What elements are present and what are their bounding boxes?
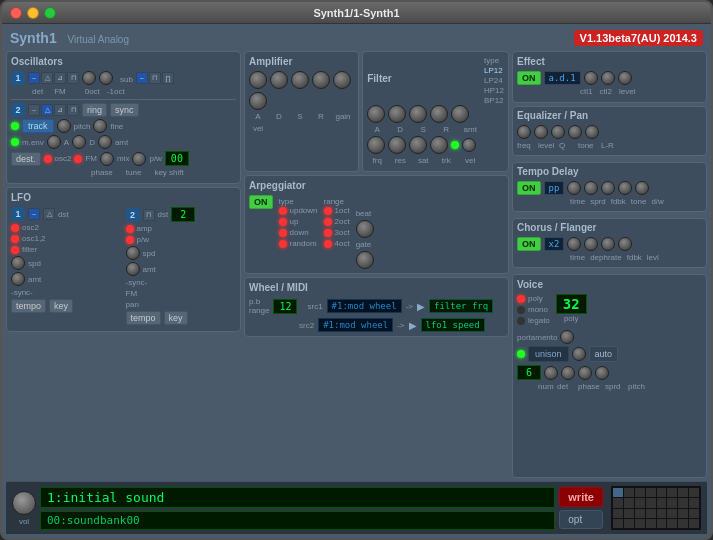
arp-down-led[interactable]: [279, 229, 287, 237]
wave-sq[interactable]: ⊓: [67, 72, 79, 84]
menv-d-knob[interactable]: [72, 135, 86, 149]
dest2-display[interactable]: lfo1 speed: [421, 318, 485, 332]
amp-vel-knob[interactable]: [249, 92, 267, 110]
src1-display[interactable]: #1:mod wheel: [327, 299, 402, 313]
filter-trk-knob[interactable]: [430, 136, 448, 154]
delay-time-knob[interactable]: [567, 181, 581, 195]
dest1-display[interactable]: filter frq: [429, 299, 493, 313]
pw-osc-knob[interactable]: [132, 152, 146, 166]
delay-type-display[interactable]: pp: [544, 181, 565, 195]
mix-knob[interactable]: [100, 152, 114, 166]
effect-level-knob[interactable]: [618, 71, 632, 85]
arp-4oct-led[interactable]: [324, 240, 332, 248]
legato-led[interactable]: [517, 317, 525, 325]
write-button[interactable]: write: [559, 487, 603, 507]
filter-lp12[interactable]: LP12: [484, 66, 504, 75]
arp-beat-knob[interactable]: [356, 220, 374, 238]
osc2-wave-sq[interactable]: ⊓: [67, 104, 79, 116]
chorus-levl-knob[interactable]: [618, 237, 632, 251]
preset-bank-display[interactable]: 00:soundbank00: [40, 511, 555, 530]
arp-3oct-led[interactable]: [324, 229, 332, 237]
fine-knob[interactable]: [93, 119, 107, 133]
filter-frq-knob[interactable]: [367, 136, 385, 154]
filter-hp12[interactable]: HP12: [484, 86, 504, 95]
lfo1-tempo-btn[interactable]: tempo: [11, 299, 46, 313]
wave-sine[interactable]: ~: [28, 72, 40, 84]
lfo2-tempo-btn[interactable]: tempo: [126, 311, 161, 325]
delay-sprd-knob[interactable]: [584, 181, 598, 195]
voice-sprd-knob[interactable]: [578, 366, 592, 380]
chorus-dephrate-knob[interactable]: [584, 237, 598, 251]
voice-phase-knob[interactable]: [561, 366, 575, 380]
wave-tri[interactable]: △: [41, 72, 53, 84]
filter-r-knob[interactable]: [430, 105, 448, 123]
lfo2-key-btn[interactable]: key: [164, 311, 188, 325]
sub-wave-selector[interactable]: ~ ⊓ ∏: [136, 72, 174, 84]
osc1-det-knob[interactable]: [82, 71, 96, 85]
effect-ctl1-knob[interactable]: [584, 71, 598, 85]
wave-saw[interactable]: ⊿: [54, 72, 66, 84]
lfo1-wave-tri[interactable]: △: [43, 208, 55, 220]
portamento-knob[interactable]: [560, 330, 574, 344]
effect-on-button[interactable]: ON: [517, 71, 541, 85]
lfo1-amt-knob[interactable]: [11, 272, 25, 286]
chorus-time-knob[interactable]: [567, 237, 581, 251]
amp-gain-knob[interactable]: [333, 71, 351, 89]
osc2-wave-selector[interactable]: ~ △ ⊿ ⊓: [28, 104, 79, 116]
filter-bp12[interactable]: BP12: [484, 96, 504, 105]
osc2-wave-saw[interactable]: ⊿: [54, 104, 66, 116]
filter-s-knob[interactable]: [409, 105, 427, 123]
eq-freq-knob[interactable]: [517, 125, 531, 139]
osc1-fm-knob[interactable]: [99, 71, 113, 85]
osc1-wave-selector[interactable]: ~ △ ⊿ ⊓: [28, 72, 79, 84]
lfo2-spd-knob[interactable]: [126, 246, 140, 260]
arp-gate-knob[interactable]: [356, 251, 374, 269]
sub-wave-sq[interactable]: ⊓: [149, 72, 161, 84]
filter-a-knob[interactable]: [367, 105, 385, 123]
voice-pitch-knob[interactable]: [595, 366, 609, 380]
eq-tone-knob[interactable]: [568, 125, 582, 139]
menv-a-knob[interactable]: [47, 135, 61, 149]
sub-wave-off[interactable]: ∏: [162, 72, 174, 84]
lfo2-wave-sq[interactable]: ⊓: [143, 209, 155, 221]
arp-updown-led[interactable]: [279, 207, 287, 215]
arp-random-led[interactable]: [279, 240, 287, 248]
preset-name-display[interactable]: 1:initial sound: [40, 487, 555, 508]
amp-r-knob[interactable]: [312, 71, 330, 89]
auto-button[interactable]: auto: [589, 346, 619, 362]
osc2-wave-tri[interactable]: △: [41, 104, 53, 116]
arp-on-button[interactable]: ON: [249, 195, 273, 209]
eq-lr-knob[interactable]: [585, 125, 599, 139]
filter-lp24[interactable]: LP24: [484, 76, 504, 85]
lfo1-key-btn[interactable]: key: [49, 299, 73, 313]
filter-amt-knob[interactable]: [451, 105, 469, 123]
close-button[interactable]: [10, 7, 22, 19]
amp-s-knob[interactable]: [291, 71, 309, 89]
unison-button[interactable]: unison: [528, 346, 569, 362]
effect-type-display[interactable]: a.d.1: [544, 71, 581, 85]
opt-button[interactable]: opt: [559, 510, 603, 529]
amp-a-knob[interactable]: [249, 71, 267, 89]
amp-d-knob[interactable]: [270, 71, 288, 89]
filter-types[interactable]: type LP12 LP24 HP12 BP12: [484, 56, 504, 105]
dest-button[interactable]: dest.: [11, 152, 41, 166]
chorus-type-display[interactable]: x2: [544, 237, 565, 251]
delay-dw-knob[interactable]: [635, 181, 649, 195]
lfo1-wave-sine[interactable]: ~: [28, 208, 40, 220]
minimize-button[interactable]: [27, 7, 39, 19]
delay-fdbk-knob[interactable]: [601, 181, 615, 195]
maximize-button[interactable]: [44, 7, 56, 19]
osc2-wave-sine[interactable]: ~: [28, 104, 40, 116]
arp-1oct-led[interactable]: [324, 207, 332, 215]
voice-det-knob[interactable]: [544, 366, 558, 380]
chorus-fdbk-knob[interactable]: [601, 237, 615, 251]
filter-d-knob[interactable]: [388, 105, 406, 123]
mono-led[interactable]: [517, 306, 525, 314]
poly-led[interactable]: [517, 295, 525, 303]
menv-amt-knob[interactable]: [98, 135, 112, 149]
src1-arrow[interactable]: ▶: [417, 301, 425, 312]
src2-arrow[interactable]: ▶: [409, 320, 417, 331]
filter-res-knob[interactable]: [388, 136, 406, 154]
chorus-on-button[interactable]: ON: [517, 237, 541, 251]
sync-button[interactable]: sync: [110, 103, 139, 117]
